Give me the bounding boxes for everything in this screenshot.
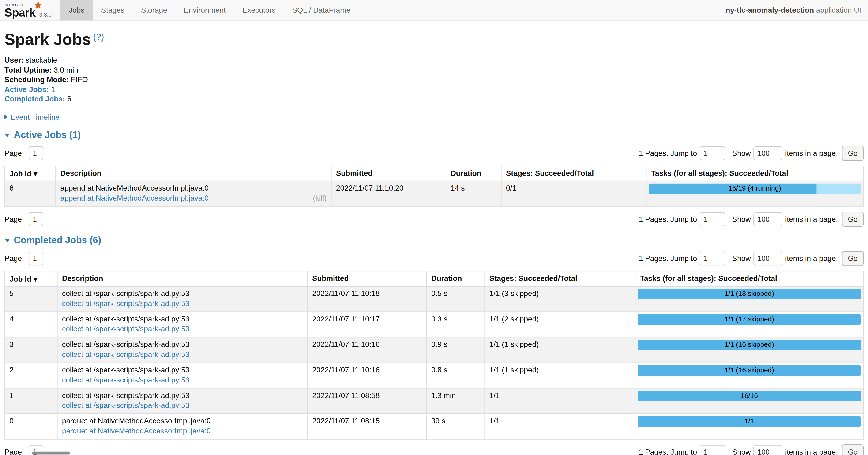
job-description-row2: collect at /spark-scripts/spark-ad.py:53 xyxy=(62,325,303,334)
duration-cell: 0.8 s xyxy=(427,362,485,388)
summary-user: User: stackable xyxy=(4,55,864,65)
items-text: items in a page. xyxy=(785,448,838,455)
duration-cell: 0.9 s xyxy=(427,337,485,363)
items-per-page-input[interactable] xyxy=(754,251,782,265)
tab-jobs[interactable]: Jobs xyxy=(60,0,93,21)
nav-tabs: Jobs Stages Storage Environment Executor… xyxy=(60,0,359,21)
page-label: Page: xyxy=(4,149,24,157)
col-tasks[interactable]: Tasks (for all stages): Succeeded/Total xyxy=(635,271,863,286)
job-summary: User: stackable Total Uptime: 3.0 min Sc… xyxy=(4,55,864,104)
page-number-input[interactable] xyxy=(29,251,43,265)
user-value: stackable xyxy=(26,56,57,64)
jump-to-page-input[interactable] xyxy=(700,445,725,455)
show-text: . Show xyxy=(728,215,751,223)
page-number-input[interactable] xyxy=(29,146,43,160)
active-jobs-link[interactable]: Active Jobs: xyxy=(4,85,49,93)
show-text: . Show xyxy=(728,149,751,157)
kill-link[interactable]: (kill) xyxy=(313,194,327,203)
tasks-progress-bar: 1/1 (17 skipped) xyxy=(638,314,861,324)
event-timeline-toggle[interactable]: Event Timeline xyxy=(4,113,864,121)
job-id-cell: 1 xyxy=(5,388,57,414)
job-description-link[interactable]: parquet at NativeMethodAccessorImpl.java… xyxy=(62,427,211,436)
job-description-link[interactable]: collect at /spark-scripts/spark-ad.py:53 xyxy=(62,401,190,410)
job-description-link[interactable]: append at NativeMethodAccessorImpl.java:… xyxy=(60,194,209,203)
spark-logo[interactable]: APACHE Spark 3.3.0 xyxy=(0,0,55,21)
table-header-row: Job Id ▾ Description Submitted Duration … xyxy=(5,271,863,286)
col-duration[interactable]: Duration xyxy=(446,166,501,181)
scheduling-mode-label: Scheduling Mode: xyxy=(4,75,69,84)
col-job-id[interactable]: Job Id ▾ xyxy=(5,166,56,181)
completed-jobs-link[interactable]: Completed Jobs: xyxy=(4,95,65,103)
job-id-cell: 4 xyxy=(5,311,57,337)
spark-version: 3.3.0 xyxy=(39,12,52,18)
job-id-cell: 0 xyxy=(5,414,57,439)
job-description-link[interactable]: collect at /spark-scripts/spark-ad.py:53 xyxy=(62,325,190,334)
tasks-cell: 1/1 (16 skipped) xyxy=(635,337,863,363)
col-description[interactable]: Description xyxy=(56,166,331,181)
job-description-row2: append at NativeMethodAccessorImpl.java:… xyxy=(60,194,327,203)
col-submitted[interactable]: Submitted xyxy=(308,271,427,286)
items-per-page-input[interactable] xyxy=(754,212,782,226)
tab-sql-dataframe[interactable]: SQL / DataFrame xyxy=(284,0,359,21)
go-button[interactable]: Go xyxy=(842,145,864,161)
go-button[interactable]: Go xyxy=(842,251,864,266)
tab-stages[interactable]: Stages xyxy=(93,0,133,21)
job-description-link[interactable]: collect at /spark-scripts/spark-ad.py:53 xyxy=(62,350,190,360)
uptime-label: Total Uptime: xyxy=(4,66,52,74)
job-description-row2: parquet at NativeMethodAccessorImpl.java… xyxy=(62,427,303,436)
progress-label: 1/1 (17 skipped) xyxy=(638,314,861,324)
active-jobs-heading[interactable]: Active Jobs (1) xyxy=(4,129,864,140)
job-description-row2: collect at /spark-scripts/spark-ad.py:53 xyxy=(62,376,303,385)
job-description-row2: collect at /spark-scripts/spark-ad.py:53 xyxy=(62,299,303,308)
stages-cell: 1/1 (1 skipped) xyxy=(485,362,635,388)
items-text: items in a page. xyxy=(785,149,838,157)
completed-jobs-table: Job Id ▾ Description Submitted Duration … xyxy=(4,271,864,439)
stages-cell: 1/1 xyxy=(485,414,635,439)
job-description-link[interactable]: collect at /spark-scripts/spark-ad.py:53 xyxy=(62,376,190,385)
tasks-progress-bar: 16/16 xyxy=(638,391,861,401)
completed-job-row: 2 collect at /spark-scripts/spark-ad.py:… xyxy=(5,362,863,388)
go-button[interactable]: Go xyxy=(842,211,864,226)
job-id-cell: 5 xyxy=(5,286,57,312)
col-stages[interactable]: Stages: Succeeded/Total xyxy=(501,166,646,181)
col-stages[interactable]: Stages: Succeeded/Total xyxy=(485,271,635,286)
go-button[interactable]: Go xyxy=(842,444,864,455)
job-description: parquet at NativeMethodAccessorImpl.java… xyxy=(62,417,303,426)
description-cell: collect at /spark-scripts/spark-ad.py:53… xyxy=(57,388,307,414)
page-number-input[interactable] xyxy=(29,212,43,226)
col-duration[interactable]: Duration xyxy=(427,271,485,286)
horizontal-scrollbar-thumb[interactable] xyxy=(32,452,70,455)
tasks-cell: 1/1 xyxy=(635,414,863,439)
duration-cell: 0.3 s xyxy=(427,311,485,337)
user-label: User: xyxy=(4,56,24,64)
submitted-cell: 2022/11/07 11:08:58 xyxy=(308,388,427,414)
tab-executors[interactable]: Executors xyxy=(234,0,284,21)
pagination-bar: Page: 1 Pages. Jump to . Show items in a… xyxy=(4,251,864,266)
progress-label: 1/1 (18 skipped) xyxy=(638,288,861,299)
items-per-page-input[interactable] xyxy=(754,445,782,455)
job-description-link[interactable]: collect at /spark-scripts/spark-ad.py:53 xyxy=(62,299,190,308)
col-job-id[interactable]: Job Id ▾ xyxy=(5,271,57,286)
duration-cell: 14 s xyxy=(446,181,501,206)
tasks-progress-bar: 1/1 xyxy=(638,416,861,426)
help-link[interactable]: (?) xyxy=(93,32,104,41)
jump-to-page-input[interactable] xyxy=(700,251,725,265)
jump-to-page-input[interactable] xyxy=(700,146,725,160)
tab-environment[interactable]: Environment xyxy=(176,0,234,21)
col-tasks[interactable]: Tasks (for all stages): Succeeded/Total xyxy=(646,166,863,181)
items-text: items in a page. xyxy=(785,215,838,223)
duration-cell: 0.5 s xyxy=(427,286,485,312)
completed-jobs-heading[interactable]: Completed Jobs (6) xyxy=(4,235,864,246)
application-ui-text: application UI xyxy=(816,6,861,14)
active-jobs-table: Job Id ▾ Description Submitted Duration … xyxy=(4,165,864,206)
event-timeline-label: Event Timeline xyxy=(10,113,60,121)
col-description[interactable]: Description xyxy=(57,271,307,286)
page-label: Page: xyxy=(4,448,24,455)
stages-cell: 1/1 (1 skipped) xyxy=(485,337,635,363)
items-per-page-input[interactable] xyxy=(754,146,782,160)
pagination-bar: Page: 1 Pages. Jump to . Show items in a… xyxy=(4,444,864,455)
jump-to-page-input[interactable] xyxy=(700,212,725,226)
tab-storage[interactable]: Storage xyxy=(133,0,176,21)
col-submitted[interactable]: Submitted xyxy=(331,166,446,181)
tasks-cell: 16/16 xyxy=(635,388,863,414)
